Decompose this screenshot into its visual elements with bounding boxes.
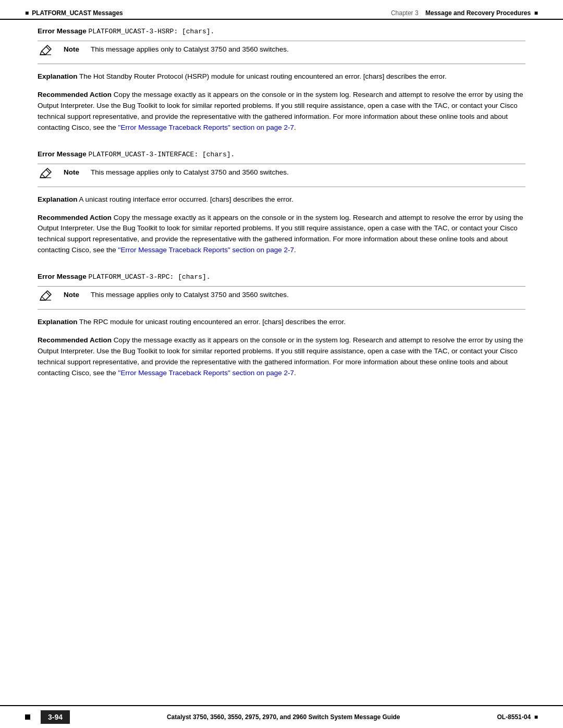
note-text-1: This message applies only to Catalyst 37…: [91, 45, 525, 53]
header-section-label: ■PLATFORM_UCAST Messages: [25, 9, 123, 17]
note-icon-2: [38, 167, 56, 183]
page-number: 3-94: [41, 710, 70, 724]
note-box-2: Note This message applies only to Cataly…: [38, 164, 525, 187]
note-text-3: This message applies only to Catalyst 37…: [91, 291, 525, 299]
traceback-link-3[interactable]: "Error Message Traceback Reports" sectio…: [118, 369, 295, 377]
footer-left: 3-94: [25, 710, 70, 724]
error-block-1: Error Message PLATFORM_UCAST-3-HSRP: [ch…: [38, 27, 525, 133]
traceback-link-2[interactable]: "Error Message Traceback Reports" sectio…: [118, 246, 295, 254]
error-message-label-3: Error Message: [38, 273, 87, 280]
note-box-1: Note This message applies only to Cataly…: [38, 41, 525, 64]
action-2: Recommended Action Copy the message exac…: [38, 213, 525, 256]
note-icon-1: [38, 44, 56, 60]
note-label-3: Note: [64, 291, 83, 299]
main-content: Error Message PLATFORM_UCAST-3-HSRP: [ch…: [0, 22, 563, 437]
explanation-1: Explanation The Hot Standby Router Proto…: [38, 71, 525, 82]
error-message-code-2: PLATFORM_UCAST-3-INTERFACE: [chars].: [89, 151, 235, 158]
note-label-1: Note: [64, 45, 83, 53]
action-1: Recommended Action Copy the message exac…: [38, 90, 525, 133]
explanation-3: Explanation The RPC module for unicast r…: [38, 317, 525, 328]
explanation-2: Explanation A unicast routing interface …: [38, 194, 525, 205]
note-text-2: This message applies only to Catalyst 37…: [91, 168, 525, 176]
note-label-2: Note: [64, 168, 83, 176]
footer-doc-number: OL-8551-04 ■: [497, 713, 538, 721]
error-message-label-1: Error Message: [38, 27, 87, 35]
error-message-line-3: Error Message PLATFORM_UCAST-3-RPC: [cha…: [38, 273, 525, 281]
note-icon-3: [38, 290, 56, 306]
footer-doc-title: Catalyst 3750, 3560, 3550, 2975, 2970, a…: [70, 713, 497, 721]
note-box-3: Note This message applies only to Cataly…: [38, 286, 525, 310]
error-message-label-2: Error Message: [38, 150, 87, 158]
error-block-2: Error Message PLATFORM_UCAST-3-INTERFACE…: [38, 150, 525, 256]
error-message-code-3: PLATFORM_UCAST-3-RPC: [chars].: [89, 273, 211, 281]
header-chapter: Chapter 3 Message and Recovery Procedure…: [391, 9, 538, 17]
error-message-line-1: Error Message PLATFORM_UCAST-3-HSRP: [ch…: [38, 27, 525, 35]
error-message-code-1: PLATFORM_UCAST-3-HSRP: [chars].: [89, 28, 215, 35]
error-block-3: Error Message PLATFORM_UCAST-3-RPC: [cha…: [38, 273, 525, 379]
action-3: Recommended Action Copy the message exac…: [38, 335, 525, 379]
traceback-link-1[interactable]: "Error Message Traceback Reports" sectio…: [118, 124, 295, 131]
error-message-line-2: Error Message PLATFORM_UCAST-3-INTERFACE…: [38, 150, 525, 158]
page-header: ■PLATFORM_UCAST Messages Chapter 3 Messa…: [0, 0, 563, 20]
footer-square-icon: [25, 714, 30, 720]
page-footer: 3-94 Catalyst 3750, 3560, 3550, 2975, 29…: [0, 705, 563, 728]
